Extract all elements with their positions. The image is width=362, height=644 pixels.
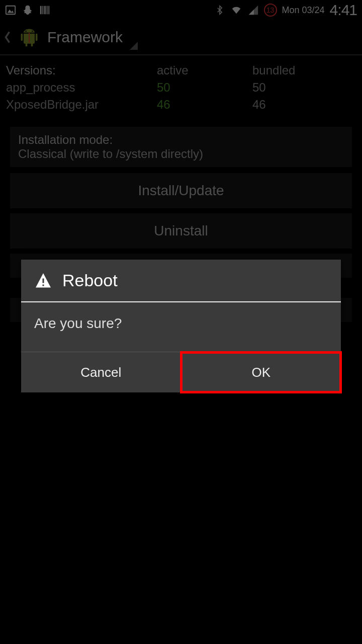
version-bundled: 46 [252, 98, 356, 112]
page-title[interactable]: Framework [47, 29, 138, 46]
snapchat-icon [22, 5, 33, 16]
svg-rect-0 [6, 6, 15, 15]
svg-rect-11 [43, 284, 44, 286]
ok-label: OK [251, 365, 270, 380]
dialog-actions: Cancel OK [21, 352, 341, 392]
col-bundled-header: bundled [252, 63, 356, 77]
install-mode-label: Installation mode: [18, 133, 344, 147]
back-icon[interactable] [4, 30, 11, 45]
install-update-label: Install/Update [138, 183, 224, 199]
svg-rect-2 [40, 6, 42, 15]
cancel-button[interactable]: Cancel [21, 352, 181, 392]
signal-icon [248, 5, 259, 16]
ok-button[interactable]: OK [181, 352, 341, 392]
versions-table: Versions: active bundled app_process 50 … [0, 55, 362, 120]
uninstall-label: Uninstall [154, 223, 208, 239]
page-title-text: Framework [47, 29, 123, 45]
versions-header-label: Versions: [6, 63, 157, 77]
uninstall-button[interactable]: Uninstall [10, 213, 352, 249]
svg-rect-4 [44, 6, 46, 15]
reboot-dialog: Reboot Are you sure? Cancel OK [21, 260, 341, 392]
status-bar: 13 Mon 03/24 4:41 [0, 0, 362, 20]
svg-marker-1 [8, 10, 14, 13]
version-active: 50 [157, 80, 252, 95]
version-active: 46 [157, 98, 252, 112]
install-mode-box[interactable]: Installation mode: Classical (write to /… [10, 127, 352, 167]
table-row: app_process 50 50 [6, 80, 356, 95]
install-mode-value: Classical (write to /system directly) [18, 147, 344, 161]
status-left [5, 5, 50, 16]
wifi-icon [230, 5, 243, 16]
svg-rect-5 [47, 6, 48, 15]
warning-icon [34, 272, 52, 290]
dialog-message: Are you sure? [21, 302, 341, 352]
svg-marker-8 [248, 10, 253, 15]
col-active-header: active [157, 63, 252, 77]
table-row: XposedBridge.jar 46 46 [6, 98, 356, 112]
svg-rect-3 [42, 6, 43, 15]
status-date: Mon 03/24 [282, 5, 325, 16]
status-time: 4:41 [330, 2, 357, 19]
dropdown-indicator-icon [130, 42, 138, 50]
action-bar[interactable]: Framework [0, 20, 362, 55]
cancel-label: Cancel [80, 365, 121, 380]
version-name: app_process [6, 80, 157, 95]
barcode-icon [39, 5, 50, 16]
version-name: XposedBridge.jar [6, 98, 157, 112]
status-right: 13 Mon 03/24 4:41 [215, 2, 357, 19]
dialog-title: Reboot [62, 271, 118, 290]
bluetooth-icon [215, 5, 225, 16]
android-icon [18, 25, 40, 49]
version-bundled: 50 [252, 80, 356, 95]
svg-rect-6 [48, 6, 49, 15]
gallery-icon [5, 5, 16, 16]
svg-rect-10 [43, 278, 44, 283]
dialog-title-bar: Reboot [21, 260, 341, 302]
notification-badge: 13 [264, 4, 277, 17]
install-update-button[interactable]: Install/Update [10, 173, 352, 208]
